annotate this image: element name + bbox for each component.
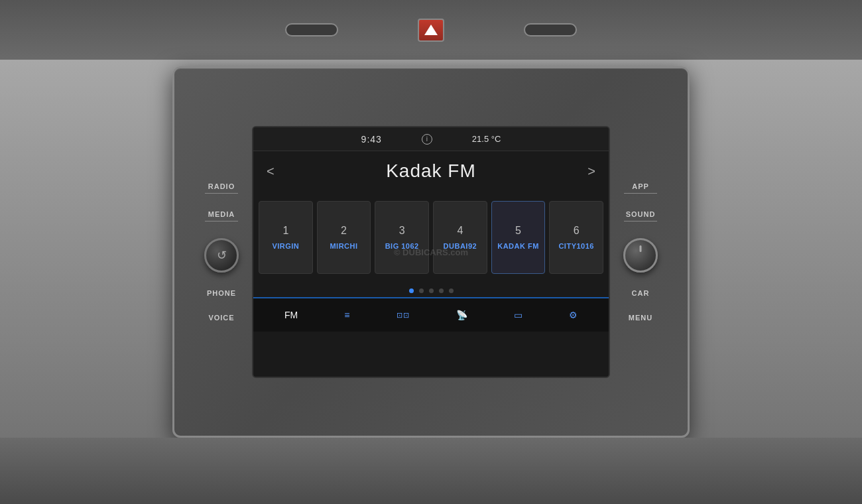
toolbar-memory[interactable]: ▭	[509, 307, 528, 323]
sound-label: SOUND	[626, 210, 656, 218]
radio-label: RADIO	[208, 182, 235, 190]
preset-6[interactable]: 6 CITY1016	[549, 201, 603, 274]
back-icon: ↺	[217, 248, 227, 263]
volume-knob[interactable]	[623, 238, 658, 273]
preset-2-station: MIRCHI	[330, 242, 357, 250]
left-controls-panel: RADIO MEDIA ↺ PHONE VOICE	[204, 182, 239, 322]
screen-time: 9:43	[361, 134, 382, 145]
car-frame: RADIO MEDIA ↺ PHONE VOICE	[0, 0, 862, 504]
top-vent-area	[0, 0, 862, 60]
media-label: MEDIA	[208, 210, 235, 218]
dot-4	[439, 288, 444, 293]
media-button[interactable]: MEDIA	[205, 210, 238, 221]
bottom-panel	[0, 438, 862, 504]
preset-5-station: Kadak FM	[497, 242, 539, 250]
preset-5-number: 5	[515, 225, 521, 237]
list-icon: ≡	[344, 310, 349, 320]
preset-3-station: BIG 1062	[385, 242, 419, 250]
phone-button[interactable]: PHONE	[207, 289, 236, 297]
fm-label: FM	[284, 310, 298, 320]
dot-2	[419, 288, 424, 293]
car-button[interactable]: CAR	[632, 289, 650, 297]
infotainment-screen: 9:43 i 21.5 °C < Kadak FM > 1	[252, 126, 610, 378]
app-button[interactable]: APP	[624, 182, 657, 194]
radio-button[interactable]: RADIO	[205, 182, 238, 194]
phone-label: PHONE	[207, 289, 236, 297]
preset-4[interactable]: 4 DUBAI92	[433, 201, 487, 274]
dot-3	[429, 288, 434, 293]
car-label: CAR	[632, 289, 650, 297]
preset-6-number: 6	[574, 225, 580, 237]
preset-3[interactable]: 3 BIG 1062	[375, 201, 429, 274]
page-dots	[253, 284, 609, 297]
back-knob[interactable]: ↺	[204, 238, 239, 273]
vent-slot-left	[285, 23, 338, 36]
nav-next-button[interactable]: >	[587, 164, 595, 179]
voice-label: VOICE	[208, 314, 234, 322]
toolbar-fm[interactable]: FM	[279, 307, 303, 323]
preset-2-number: 2	[341, 225, 347, 237]
toolbar-list[interactable]: ≡	[339, 307, 355, 323]
preset-4-station: DUBAI92	[444, 242, 477, 250]
sound-button[interactable]: SOUND	[624, 210, 657, 221]
dot-5	[449, 288, 454, 293]
screen-topbar: 9:43 i 21.5 °C	[253, 127, 609, 151]
voice-button[interactable]: VOICE	[208, 314, 234, 322]
toolbar-signal[interactable]: 📡	[451, 307, 473, 323]
hazard-button[interactable]	[418, 19, 444, 42]
toolbar-settings[interactable]: ⚙	[564, 307, 583, 323]
infotainment-unit: RADIO MEDIA ↺ PHONE VOICE	[172, 66, 690, 438]
app-label: APP	[632, 182, 649, 190]
sound-line	[624, 221, 657, 221]
right-controls-panel: APP SOUND CAR MENU	[623, 182, 658, 322]
scan-icon: ⊡⊡	[397, 311, 410, 320]
preset-1[interactable]: 1 VIRGIN	[259, 201, 313, 274]
nav-prev-button[interactable]: <	[267, 164, 275, 179]
preset-6-station: CITY1016	[558, 242, 594, 250]
preset-5[interactable]: 5 Kadak FM	[491, 201, 546, 274]
toolbar-scan[interactable]: ⊡⊡	[391, 308, 415, 322]
menu-label: MENU	[629, 314, 652, 322]
preset-1-station: VIRGIN	[272, 242, 299, 250]
settings-icon: ⚙	[569, 310, 578, 320]
preset-3-number: 3	[399, 225, 405, 237]
radio-line	[205, 193, 238, 194]
station-name-area: < Kadak FM >	[253, 151, 609, 191]
vent-slot-right	[524, 23, 577, 36]
memory-icon: ▭	[514, 310, 523, 320]
preset-1-number: 1	[282, 225, 288, 237]
app-line	[624, 193, 657, 194]
screen-temperature: 21.5 °C	[472, 134, 501, 144]
info-icon[interactable]: i	[422, 134, 432, 145]
preset-2[interactable]: 2 MIRCHI	[317, 201, 371, 274]
presets-grid: 1 VIRGIN 2 MIRCHI 3 BIG 1062 4 DUBAI92	[253, 191, 609, 284]
signal-icon: 📡	[456, 310, 467, 320]
media-line	[205, 221, 238, 221]
dot-1	[409, 288, 414, 293]
station-name-display: Kadak FM	[386, 160, 476, 182]
bottom-toolbar: FM ≡ ⊡⊡ 📡 ▭ ⚙	[253, 297, 609, 332]
hazard-triangle-icon	[424, 25, 438, 35]
menu-button[interactable]: MENU	[629, 314, 652, 322]
preset-4-number: 4	[457, 225, 463, 237]
